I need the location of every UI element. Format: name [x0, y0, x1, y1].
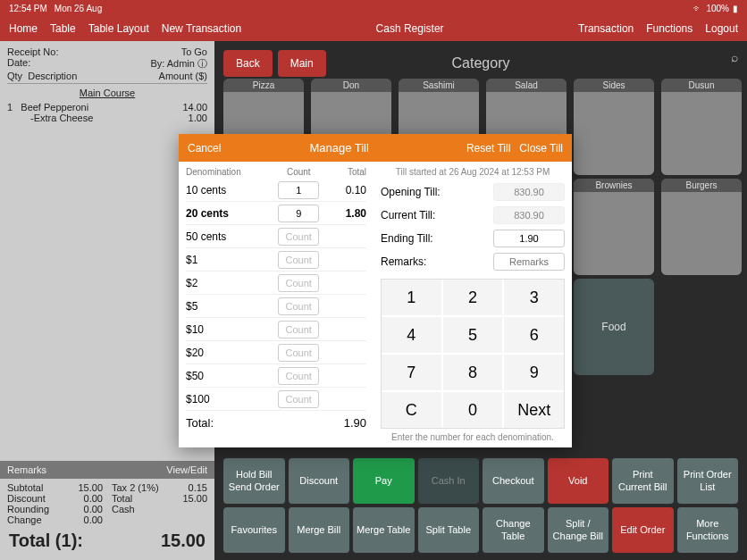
receipt-status: To Go: [181, 46, 207, 57]
action-merge-table[interactable]: Merge Table: [353, 507, 415, 553]
action-merge-bill[interactable]: Merge Bill: [289, 507, 350, 553]
category-image: [661, 92, 742, 175]
keypad-key-8[interactable]: 8: [443, 355, 503, 390]
denom-name: 50 cents: [186, 230, 276, 243]
modal-close-button[interactable]: Close Till: [519, 142, 563, 155]
action-change-table[interactable]: ChangeTable: [483, 507, 544, 553]
action-split-table[interactable]: Split Table: [418, 507, 480, 553]
remarks-till-input[interactable]: [493, 253, 565, 271]
keypad-key-3[interactable]: 3: [504, 280, 564, 315]
keypad-key-9[interactable]: 9: [504, 355, 564, 390]
denom-row[interactable]: $10: [186, 318, 366, 341]
action-checkout[interactable]: Checkout: [483, 458, 544, 504]
category-tile-dusun[interactable]: Dusun: [661, 79, 742, 175]
keypad-key-c[interactable]: C: [382, 392, 441, 428]
denom-count-input[interactable]: [278, 367, 319, 385]
menu-home[interactable]: Home: [9, 22, 38, 35]
action-void[interactable]: Void: [548, 458, 609, 504]
category-tile-brownies[interactable]: Brownies: [574, 179, 654, 275]
category-tile-food[interactable]: Food: [574, 279, 654, 375]
category-label: Pizza: [223, 79, 304, 92]
denom-row[interactable]: $100: [186, 388, 366, 411]
denom-row-total: 1.80: [322, 207, 367, 220]
denom-count-input[interactable]: [278, 321, 319, 339]
denom-count-input[interactable]: [278, 251, 319, 269]
remarks-till-lbl: Remarks:: [381, 255, 426, 268]
action-favourites[interactable]: Favourites: [223, 507, 285, 553]
denom-row[interactable]: $20: [186, 341, 366, 364]
rounding-lbl: Rounding: [7, 504, 55, 514]
denom-count-input[interactable]: [278, 344, 319, 362]
action-cash-in[interactable]: Cash In: [418, 458, 480, 504]
category-label: Brownies: [574, 179, 654, 192]
category-tile-burgers[interactable]: Burgers: [661, 179, 742, 275]
denom-name: $50: [186, 370, 276, 382]
keypad-key-5[interactable]: 5: [443, 317, 503, 353]
keypad-key-7[interactable]: 7: [382, 355, 441, 390]
action-more-functions[interactable]: MoreFunctions: [677, 507, 739, 553]
modal-title: Manage Till: [221, 141, 457, 155]
menu-table[interactable]: Table: [50, 22, 76, 35]
modal-cancel-button[interactable]: Cancel: [188, 142, 221, 155]
action-split-change-bill[interactable]: Split /Change Bill: [548, 507, 609, 553]
action-discount[interactable]: Discount: [289, 458, 350, 504]
menu-transaction[interactable]: Transaction: [578, 22, 634, 35]
denom-count-input[interactable]: [278, 205, 319, 222]
keypad-key-2[interactable]: 2: [443, 280, 503, 315]
action-print-order-list[interactable]: Print OrderList: [677, 458, 739, 504]
denom-count-input[interactable]: [278, 297, 319, 315]
barcode-search-icon[interactable]: ⌕: [731, 50, 738, 64]
info-icon[interactable]: ⓘ: [197, 58, 207, 69]
denom-count-input[interactable]: [278, 181, 319, 199]
back-button[interactable]: Back: [223, 50, 273, 77]
denom-count-input[interactable]: [278, 390, 319, 408]
current-till-input: [493, 206, 565, 224]
change-val: 0.00: [55, 514, 113, 525]
denom-row[interactable]: $1: [186, 248, 366, 272]
denom-row[interactable]: $50: [186, 364, 366, 388]
action-hold-bill-send-order[interactable]: Hold BillSend Order: [223, 458, 285, 504]
menu-functions[interactable]: Functions: [646, 22, 692, 35]
denom-name: $2: [186, 277, 276, 289]
line-modifier[interactable]: -Extra Cheese: [7, 113, 93, 123]
menu-new-transaction[interactable]: New Transaction: [162, 22, 241, 35]
keypad-key-next[interactable]: Next: [504, 392, 564, 428]
menu-logout[interactable]: Logout: [705, 22, 738, 35]
category-tile-sides[interactable]: Sides: [574, 79, 654, 175]
discount-lbl: Discount: [7, 493, 55, 504]
keypad-key-4[interactable]: 4: [382, 317, 441, 353]
keypad-key-6[interactable]: 6: [504, 317, 564, 353]
action-pay[interactable]: Pay: [353, 458, 415, 504]
denom-row[interactable]: $5: [186, 295, 366, 318]
menu-table-layout[interactable]: Table Layout: [88, 22, 149, 35]
keypad-key-1[interactable]: 1: [382, 280, 441, 315]
tax-val: 0.15: [160, 482, 208, 493]
category-label: Sashimi: [399, 79, 479, 92]
status-time: 12:54 PM: [9, 4, 47, 13]
grand-total-val: 15.00: [161, 531, 206, 551]
denom-row[interactable]: 10 cents0.10: [186, 179, 366, 202]
denom-count-input[interactable]: [278, 228, 319, 246]
keypad-key-0[interactable]: 0: [443, 392, 503, 428]
category-label: Dusun: [661, 79, 742, 92]
action-edit-order[interactable]: Edit Order: [612, 507, 674, 553]
action-print-current-bill[interactable]: PrintCurrent Bill: [612, 458, 674, 504]
category-image: [661, 192, 742, 275]
line-price: 14.00: [182, 102, 207, 113]
denom-row[interactable]: 50 cents: [186, 225, 366, 248]
denom-row[interactable]: $2: [186, 272, 366, 295]
food-tile-label: Food: [601, 321, 625, 333]
ending-till-lbl: Ending Till:: [381, 232, 433, 245]
denom-row[interactable]: 20 cents1.80: [186, 202, 366, 225]
receipt-date-label: Date:: [7, 57, 30, 71]
remarks-bar[interactable]: Remarks View/Edit: [0, 461, 214, 479]
denom-header: Denomination: [186, 167, 276, 177]
remarks-viewedit[interactable]: View/Edit: [166, 464, 207, 475]
line-name[interactable]: Beef Pepperoni: [21, 102, 88, 113]
denom-count-input[interactable]: [278, 274, 319, 292]
ending-till-input[interactable]: [493, 230, 565, 247]
total-val: 15.00: [160, 493, 208, 504]
keypad-hint: Enter the number for each denomination.: [381, 432, 565, 442]
main-button[interactable]: Main: [278, 50, 326, 77]
modal-reset-button[interactable]: Reset Till: [466, 142, 510, 155]
